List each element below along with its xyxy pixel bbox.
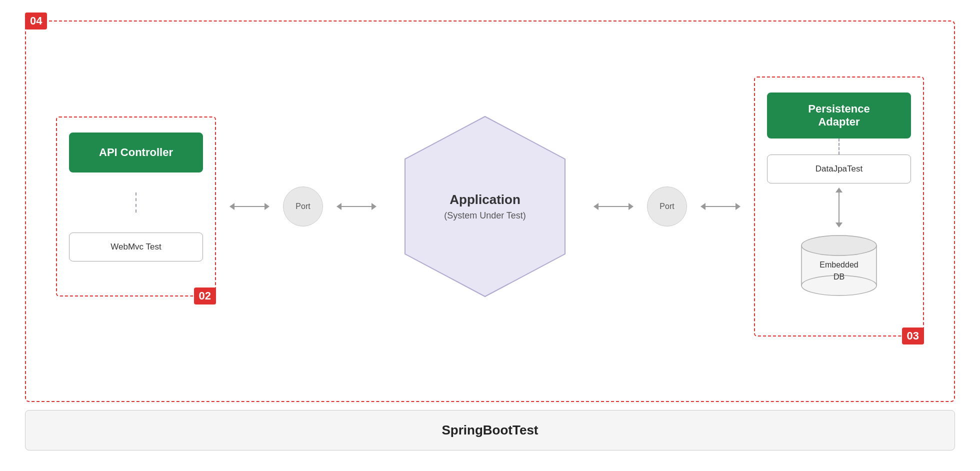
db-svg: Embedded DB bbox=[794, 232, 884, 296]
rhp-h-line bbox=[598, 206, 628, 207]
datajpatest-box: DataJpaTest bbox=[767, 154, 911, 184]
persistence-adapter-box: Persistence Adapter bbox=[767, 92, 911, 138]
right-arrow-head-right bbox=[736, 203, 740, 210]
svg-text:DB: DB bbox=[834, 272, 844, 281]
left-arrow-head-left bbox=[230, 203, 234, 210]
svg-text:Embedded: Embedded bbox=[820, 260, 858, 269]
v-arrow-head-up bbox=[836, 188, 842, 192]
left-arrow-head-right bbox=[264, 203, 270, 210]
right-hex-port-arrow bbox=[594, 203, 634, 210]
rhp-arrow-head-left bbox=[594, 203, 598, 210]
left-arrow-line bbox=[230, 203, 270, 210]
outer-zone-04: 04 API Controller WebMvc Test 02 Port bbox=[25, 20, 955, 402]
diagram-wrapper: 04 API Controller WebMvc Test 02 Port bbox=[25, 20, 955, 450]
persistence-adapter-label: Persistence Adapter bbox=[808, 102, 870, 128]
api-controller-box: API Controller bbox=[69, 132, 203, 172]
rhp-arrow-head-right bbox=[628, 203, 634, 210]
badge-02: 02 bbox=[194, 288, 216, 304]
right-zone-03: Persistence Adapter DataJpaTest bbox=[754, 76, 924, 336]
left-zone-02: API Controller WebMvc Test 02 bbox=[56, 116, 216, 296]
left-port: Port bbox=[283, 186, 323, 226]
left-dashed-connector bbox=[136, 192, 136, 212]
lph-h-line bbox=[342, 206, 372, 207]
webmvc-test-box: WebMvc Test bbox=[69, 232, 203, 262]
right-arrow-head-left bbox=[700, 203, 706, 210]
left-port-hex-arrow bbox=[336, 203, 376, 210]
app-title: Application bbox=[444, 192, 526, 208]
right-h-line bbox=[706, 206, 736, 207]
v-line-bottom bbox=[838, 208, 840, 222]
right-port: Port bbox=[647, 186, 687, 226]
inner-layout: API Controller WebMvc Test 02 Port bbox=[26, 22, 954, 401]
svg-point-3 bbox=[802, 236, 876, 256]
lph-arrow-head-right bbox=[372, 203, 376, 210]
v-arrow-head-down bbox=[836, 222, 842, 228]
hexagon: Application (System Under Test) bbox=[400, 112, 570, 302]
left-h-line bbox=[234, 206, 264, 207]
right-zone-inner: Persistence Adapter DataJpaTest bbox=[767, 92, 911, 298]
badge-03: 03 bbox=[902, 328, 924, 344]
lph-arrow-head-left bbox=[336, 203, 342, 210]
spring-boot-test-bar: SpringBootTest bbox=[25, 410, 955, 450]
hexagon-container: Application (System Under Test) bbox=[390, 102, 580, 312]
v-arrow bbox=[836, 188, 842, 228]
right-dashed-connector bbox=[838, 138, 840, 154]
v-line-top bbox=[838, 192, 840, 208]
db-cylinder: Embedded DB bbox=[794, 232, 884, 298]
hexagon-text: Application (System Under Test) bbox=[444, 192, 526, 221]
app-subtitle: (System Under Test) bbox=[444, 210, 526, 221]
right-arrow-line bbox=[700, 203, 740, 210]
